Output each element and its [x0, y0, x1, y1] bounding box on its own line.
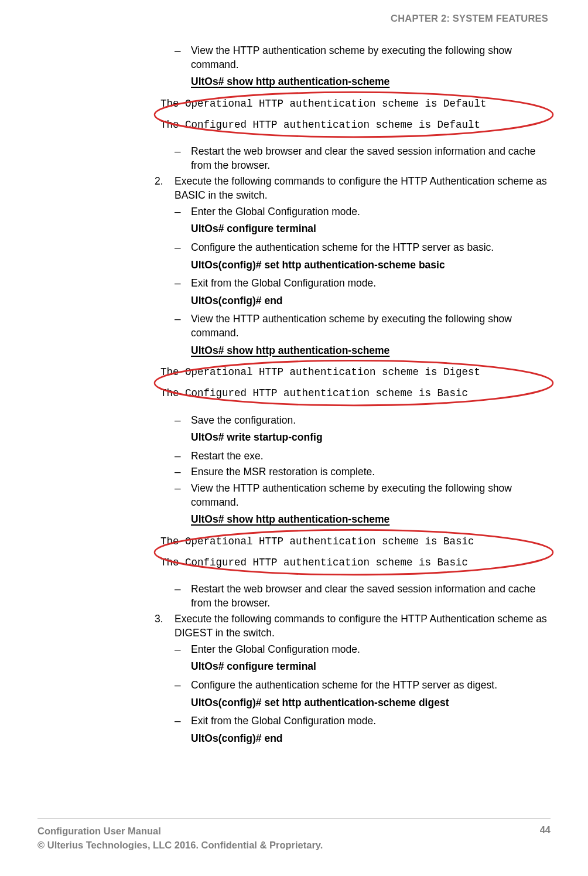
numbered-step: 3. Execute the following commands to con…	[155, 612, 551, 640]
list-item: – Configure the authentication scheme fo…	[175, 679, 551, 693]
output-line: The Configured HTTP authentication schem…	[160, 387, 549, 401]
dash-bullet: –	[175, 414, 189, 428]
output-line: The Operational HTTP authentication sche…	[160, 97, 549, 111]
list-item: – Restart the web browser and clear the …	[175, 582, 551, 610]
command-text: UltOs(config)# end	[191, 732, 551, 746]
dash-bullet: –	[175, 312, 189, 340]
footer-copyright: © Ulterius Technologies, LLC 2016. Confi…	[37, 838, 323, 853]
list-item: – Ensure the MSR restoration is complete…	[175, 465, 551, 479]
chapter-title: CHAPTER 2: SYSTEM FEATURES	[391, 13, 548, 23]
list-text: Restart the web browser and clear the sa…	[191, 582, 551, 610]
list-text: Exit from the Global Configuration mode.	[191, 714, 551, 728]
dash-bullet: –	[175, 145, 189, 172]
dash-bullet: –	[175, 643, 189, 657]
numbered-step: 2. Execute the following commands to con…	[155, 175, 551, 202]
dash-bullet: –	[175, 465, 189, 479]
dash-bullet: –	[175, 277, 189, 291]
dash-bullet: –	[175, 205, 189, 219]
command-text: UltOs(config)# set http authentication-s…	[191, 696, 551, 710]
dash-bullet: –	[175, 44, 189, 71]
chapter-header: CHAPTER 2: SYSTEM FEATURES	[37, 13, 551, 24]
page-number: 44	[540, 824, 551, 836]
list-text: View the HTTP authentication scheme by e…	[191, 312, 551, 340]
list-text: Enter the Global Configuration mode.	[191, 205, 551, 219]
command-text: UltOs# show http authentication-scheme	[191, 75, 551, 89]
footer-divider	[37, 818, 551, 819]
dash-bullet: –	[175, 482, 189, 509]
list-item: – Exit from the Global Configuration mod…	[175, 277, 551, 291]
command-text: UltOs# write startup-config	[191, 431, 551, 445]
list-item: – Enter the Global Configuration mode.	[175, 205, 551, 219]
list-item: – Configure the authentication scheme fo…	[175, 241, 551, 255]
list-item: – Restart the exe.	[175, 449, 551, 463]
step-number: 2.	[155, 175, 171, 202]
output-line: The Configured HTTP authentication schem…	[160, 556, 549, 570]
list-text: Exit from the Global Configuration mode.	[191, 277, 551, 291]
step-number: 3.	[155, 612, 171, 640]
list-item: – Enter the Global Configuration mode.	[175, 643, 551, 657]
list-text: Ensure the MSR restoration is complete.	[191, 465, 551, 479]
step-text: Execute the following commands to config…	[175, 612, 551, 640]
footer-title: Configuration User Manual	[37, 824, 323, 838]
page-content: – View the HTTP authentication scheme by…	[155, 44, 551, 745]
dash-bullet: –	[175, 679, 189, 693]
command-text: UltOs(config)# set http authentication-s…	[191, 258, 551, 272]
list-text: View the HTTP authentication scheme by e…	[191, 482, 551, 509]
list-item: – View the HTTP authentication scheme by…	[175, 44, 551, 71]
dash-bullet: –	[175, 241, 189, 255]
command-text: UltOs# show http authentication-scheme	[191, 344, 551, 358]
page-footer: Configuration User Manual © Ulterius Tec…	[37, 818, 551, 853]
command-text: UltOs(config)# end	[191, 294, 551, 308]
output-block: The Operational HTTP authentication sche…	[152, 90, 555, 139]
list-item: – Save the configuration.	[175, 414, 551, 428]
dash-bullet: –	[175, 582, 189, 610]
step-text: Execute the following commands to config…	[175, 175, 551, 202]
output-line: The Configured HTTP authentication schem…	[160, 118, 549, 132]
list-text: Enter the Global Configuration mode.	[191, 643, 551, 657]
list-text: Restart the web browser and clear the sa…	[191, 145, 551, 172]
list-text: Save the configuration.	[191, 414, 551, 428]
list-item: – View the HTTP authentication scheme by…	[175, 482, 551, 509]
list-text: View the HTTP authentication scheme by e…	[191, 44, 551, 71]
output-block: The Operational HTTP authentication sche…	[152, 528, 555, 577]
command-text: UltOs# show http authentication-scheme	[191, 513, 551, 527]
dash-bullet: –	[175, 714, 189, 728]
command-text: UltOs# configure terminal	[191, 222, 551, 236]
output-block: The Operational HTTP authentication sche…	[152, 359, 555, 407]
list-text: Restart the exe.	[191, 449, 551, 463]
list-item: – Restart the web browser and clear the …	[175, 145, 551, 172]
output-line: The Operational HTTP authentication sche…	[160, 535, 549, 549]
command-text: UltOs# configure terminal	[191, 660, 551, 674]
dash-bullet: –	[175, 449, 189, 463]
list-item: – Exit from the Global Configuration mod…	[175, 714, 551, 728]
list-item: – View the HTTP authentication scheme by…	[175, 312, 551, 340]
output-line: The Operational HTTP authentication sche…	[160, 366, 549, 380]
list-text: Configure the authentication scheme for …	[191, 679, 551, 693]
list-text: Configure the authentication scheme for …	[191, 241, 551, 255]
